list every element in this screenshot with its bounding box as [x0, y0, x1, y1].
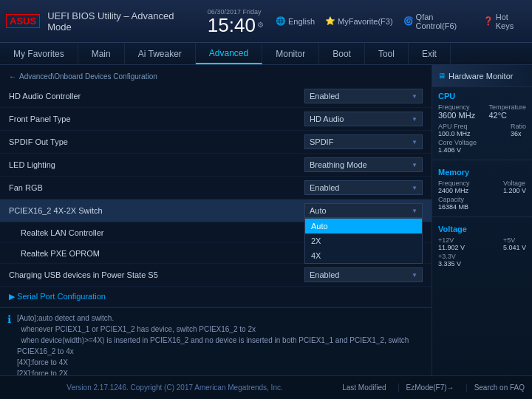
hw-section-voltage-title: Voltage — [438, 225, 526, 233]
right-panel: 🖥 Hardware Monitor CPU Frequency 3600 MH… — [432, 65, 532, 375]
pciex-dropdown-popup: Auto 2X 4X — [304, 218, 423, 264]
ezmode-button[interactable]: EzMode(F7)→ — [398, 383, 454, 392]
hw-value-5v: 5.041 V — [503, 244, 526, 251]
setting-row-charging-usb[interactable]: Charging USB devices in Power State S5 E… — [0, 264, 432, 287]
hw-label-12v: +12V — [438, 236, 465, 244]
chevron-down-icon: ▼ — [412, 272, 417, 279]
bottom-actions: Last Modified EzMode(F7)→ Search on FAQ — [342, 383, 525, 392]
option-auto[interactable]: Auto — [305, 219, 422, 233]
setting-row-spdif[interactable]: SPDIF Out Type SPDIF ▼ — [0, 131, 432, 154]
top-icons: 🌐 English ⭐ MyFavorite(F3) 🌀 Qfan Contro… — [276, 13, 526, 30]
hw-label-mem-capacity: Capacity — [438, 196, 468, 203]
hw-row-mem-capacity: Capacity 16384 MB — [438, 196, 526, 211]
version-text: Version 2.17.1246. Copyright (C) 2017 Am… — [7, 383, 342, 392]
setting-label-front-panel: Front Panel Type — [9, 115, 304, 123]
tab-tool[interactable]: Tool — [365, 43, 409, 64]
hw-row-33v: +3.3V 3.335 V — [438, 253, 526, 267]
hot-keys-button[interactable]: ❓ Hot Keys — [483, 13, 526, 30]
hw-value-temperature: 42°C — [488, 111, 526, 120]
hw-value-core-voltage: 1.406 V — [438, 146, 477, 154]
nav-bar: My Favorites Main Ai Tweaker Advanced Mo… — [0, 43, 532, 65]
hw-value-mem-voltage: 1.200 V — [503, 187, 526, 194]
hw-label-mem-voltage: Voltage — [503, 180, 526, 187]
option-4x[interactable]: 4X — [305, 248, 422, 263]
setting-label-hd-audio: HD Audio Controller — [9, 92, 304, 100]
my-favorite-button[interactable]: ⭐ MyFavorite(F3) — [325, 16, 393, 26]
back-arrow-icon[interactable]: ← — [9, 72, 16, 81]
setting-dropdown-pciex16[interactable]: Auto ▼ — [304, 203, 423, 218]
hw-value-ratio: 36x — [511, 130, 526, 137]
chevron-down-icon: ▼ — [412, 93, 417, 100]
setting-label-led-lighting: LED Lighting — [9, 160, 304, 169]
hw-label-33v: +3.3V — [438, 253, 461, 260]
setting-dropdown-led-lighting[interactable]: Breathing Mode ▼ — [304, 157, 423, 172]
setting-row-hd-audio[interactable]: HD Audio Controller Enabled ▼ — [0, 85, 432, 108]
hw-value-apu-freq: 100.0 MHz — [438, 130, 471, 137]
breadcrumb[interactable]: ← Advanced\Onboard Devices Configuration — [0, 69, 432, 85]
setting-row-front-panel[interactable]: Front Panel Type HD Audio ▼ — [0, 108, 432, 131]
tab-monitor[interactable]: Monitor — [262, 43, 319, 64]
fan-icon: 🌀 — [403, 16, 414, 26]
star-icon: ⭐ — [325, 16, 335, 26]
hw-value-frequency: 3600 MHz — [438, 111, 475, 120]
setting-dropdown-hd-audio[interactable]: Enabled ▼ — [304, 89, 423, 103]
breadcrumb-path: Advanced\Onboard Devices Configuration — [19, 72, 157, 81]
hw-value-33v: 3.335 V — [438, 260, 461, 267]
pciex-dropdown-container: Auto ▼ Auto 2X 4X — [304, 203, 423, 218]
hw-label-mem-frequency: Frequency — [438, 180, 470, 187]
hw-monitor-header: 🖥 Hardware Monitor — [432, 65, 532, 87]
hw-section-cpu: CPU Frequency 3600 MHz Temperature 42°C … — [432, 87, 532, 157]
setting-dropdown-front-panel[interactable]: HD Audio ▼ — [304, 112, 423, 126]
last-modified-button[interactable]: Last Modified — [342, 383, 386, 392]
chevron-down-icon: ▼ — [412, 185, 417, 191]
chevron-down-icon: ▼ — [412, 162, 417, 168]
hw-label-apu-freq: APU Freq — [438, 123, 471, 130]
setting-dropdown-charging-usb[interactable]: Enabled ▼ — [304, 267, 423, 282]
qfan-control-button[interactable]: 🌀 Qfan Control(F6) — [403, 13, 473, 30]
setting-row-led-lighting[interactable]: LED Lighting Breathing Mode ▼ — [0, 154, 432, 177]
logo-area: ASUS UEFI BIOS Utility – Advanced Mode — [6, 10, 196, 33]
tab-advanced[interactable]: Advanced — [196, 43, 262, 64]
datetime-time: 15:40 — [208, 16, 256, 35]
top-bar: ASUS UEFI BIOS Utility – Advanced Mode 0… — [0, 0, 532, 43]
search-faq-button[interactable]: Search on FAQ — [466, 383, 525, 392]
bios-title: UEFI BIOS Utility – Advanced Mode — [47, 10, 196, 33]
setting-label-pciex16: PCIEX16_2 4X-2X Switch — [9, 206, 304, 215]
setting-dropdown-fan-rgb[interactable]: Enabled ▼ — [304, 180, 423, 195]
tab-boot[interactable]: Boot — [319, 43, 365, 64]
hw-value-12v: 11.902 V — [438, 244, 465, 251]
hw-row-mem-freq-voltage: Frequency 2400 MHz Voltage 1.200 V — [438, 180, 526, 194]
hw-label-temperature: Temperature — [488, 103, 526, 111]
hw-value-mem-frequency: 2400 MHz — [438, 187, 470, 194]
setting-label-serial-port: ▶ Serial Port Configuration — [9, 292, 423, 301]
tab-exit[interactable]: Exit — [409, 43, 451, 64]
tab-main[interactable]: Main — [78, 43, 125, 64]
hw-row-12v-5v: +12V 11.902 V +5V 5.041 V — [438, 236, 526, 251]
chevron-down-icon: ▼ — [412, 208, 417, 214]
language-selector[interactable]: 🌐 English — [276, 16, 315, 26]
hw-row-apufreq-ratio: APU Freq 100.0 MHz Ratio 36x — [438, 123, 526, 137]
hw-row-core-voltage: Core Voltage 1.406 V — [438, 139, 526, 154]
option-2x[interactable]: 2X — [305, 233, 422, 248]
left-panel: ← Advanced\Onboard Devices Configuration… — [0, 65, 432, 375]
tab-ai-tweaker[interactable]: Ai Tweaker — [125, 43, 196, 64]
hw-section-cpu-title: CPU — [438, 92, 526, 100]
setting-dropdown-spdif[interactable]: SPDIF ▼ — [304, 134, 423, 149]
tab-my-favorites[interactable]: My Favorites — [0, 43, 78, 64]
hw-label-ratio: Ratio — [511, 123, 526, 130]
gear-icon[interactable]: ⚙ — [257, 21, 264, 29]
setting-row-fan-rgb[interactable]: Fan RGB Enabled ▼ — [0, 177, 432, 200]
setting-label-charging-usb: Charging USB devices in Power State S5 — [9, 270, 304, 279]
info-text: [Auto]:auto detect and switch. whenever … — [17, 313, 424, 375]
hw-label-5v: +5V — [503, 236, 526, 244]
hw-row-freq-temp: Frequency 3600 MHz Temperature 42°C — [438, 103, 526, 121]
chevron-down-icon: ▼ — [412, 116, 417, 123]
setting-row-pciex16[interactable]: PCIEX16_2 4X-2X Switch Auto ▼ Auto 2X 4X — [0, 200, 432, 222]
setting-row-serial-port[interactable]: ▶ Serial Port Configuration — [0, 287, 432, 307]
hw-label-frequency: Frequency — [438, 103, 475, 111]
chevron-down-icon: ▼ — [412, 139, 417, 146]
asus-logo: ASUS — [6, 14, 40, 28]
hw-section-memory: Memory Frequency 2400 MHz Voltage 1.200 … — [432, 163, 532, 214]
datetime-area: 06/30/2017 Friday 15:40 ⚙ — [208, 8, 264, 35]
hw-section-voltage: Voltage +12V 11.902 V +5V 5.041 V +3.3V … — [432, 220, 532, 270]
